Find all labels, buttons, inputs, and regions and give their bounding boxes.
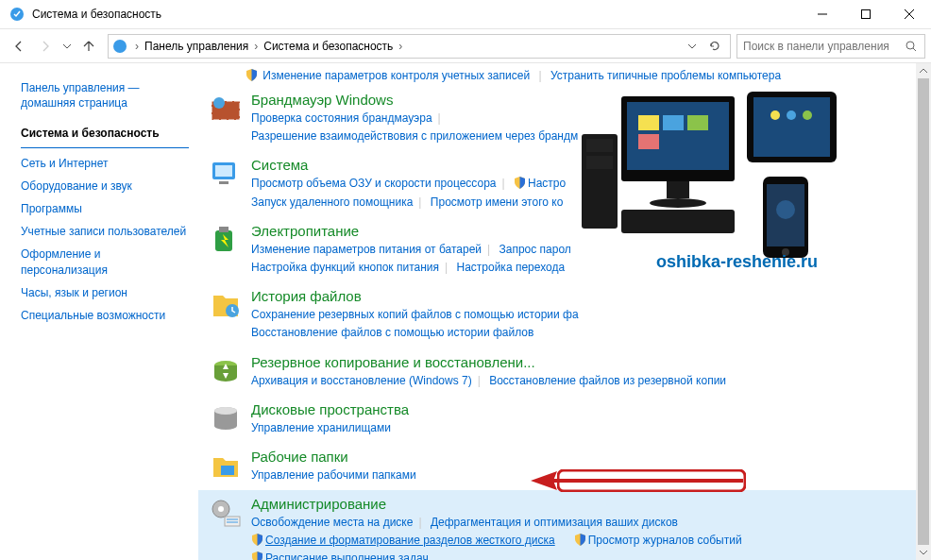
section-storagespaces: Дисковые пространства Управление хранили… <box>198 396 916 443</box>
link-event-viewer[interactable]: Просмотр журналов событий <box>588 534 742 547</box>
section-system: Система Просмотр объема ОЗУ и скорости п… <box>198 151 916 216</box>
admin-icon <box>208 496 244 532</box>
sidebar-item-accessibility[interactable]: Специальные возможности <box>21 304 189 327</box>
close-button[interactable] <box>888 0 931 29</box>
sidebar-item-accounts[interactable]: Учетные записи пользователей <box>21 220 189 243</box>
svg-rect-12 <box>215 165 232 177</box>
svg-rect-13 <box>219 181 229 184</box>
chevron-right-icon[interactable]: › <box>252 40 260 53</box>
maximize-button[interactable] <box>844 0 888 29</box>
link-uac[interactable]: Изменение параметров контроля учетных за… <box>262 69 530 82</box>
scrollbar-thumb[interactable] <box>918 78 929 560</box>
section-power: Электропитание Изменение параметров пита… <box>198 217 916 282</box>
link[interactable]: Просмотр объема ОЗУ и скорости процессор… <box>251 177 497 190</box>
section-backup: Резервное копирование и восстановлени...… <box>198 348 916 396</box>
svg-rect-23 <box>225 517 240 526</box>
link[interactable]: Архивация и восстановление (Windows 7) <box>251 374 472 387</box>
sidebar-item-appearance[interactable]: Оформление и персонализация <box>21 243 189 280</box>
svg-rect-2 <box>862 10 871 19</box>
svg-point-19 <box>214 407 237 415</box>
link-troubleshoot[interactable]: Устранить типичные проблемы компьютера <box>550 69 781 82</box>
workfolders-icon <box>208 449 244 484</box>
link[interactable]: Восстановление файлов из резервной копии <box>489 374 726 387</box>
section-title[interactable]: История файлов <box>251 288 916 304</box>
sidebar-item-programs[interactable]: Программы <box>21 197 189 220</box>
main-panel: Изменение параметров контроля учетных за… <box>198 63 931 560</box>
link[interactable]: Разрешение взаимодействовия с приложение… <box>251 129 578 143</box>
section-filehistory: История файлов Сохранение резервных копи… <box>198 282 916 348</box>
svg-rect-15 <box>219 227 229 232</box>
link-disk-cleanup[interactable]: Освобождение места на диске <box>251 516 413 529</box>
security-center-links: Изменение параметров контроля учетных за… <box>198 63 916 86</box>
navbar: › Панель управления › Система и безопасн… <box>0 29 931 63</box>
nav-up-button[interactable] <box>76 33 102 59</box>
address-icon <box>112 39 127 54</box>
link-defrag[interactable]: Дефрагментация и оптимизация ваших диско… <box>431 516 678 529</box>
sidebar-item-clock[interactable]: Часы, язык и регион <box>21 281 189 304</box>
sidebar-home-link[interactable]: Панель управления — домашняя страница <box>21 80 189 110</box>
search-input[interactable] <box>737 40 898 53</box>
section-title[interactable]: Дисковые пространства <box>251 401 916 417</box>
sidebar-item-hardware[interactable]: Оборудование и звук <box>21 175 189 197</box>
link[interactable]: Управление рабочими папками <box>251 468 416 482</box>
section-title[interactable]: Система <box>251 157 916 173</box>
system-icon <box>208 157 244 193</box>
minimize-button[interactable] <box>801 0 844 29</box>
section-admin: Администрирование Освобождение места на … <box>198 490 916 560</box>
sidebar-item-system-security[interactable]: Система и безопасность <box>21 122 189 147</box>
scroll-up-button[interactable] <box>916 63 931 78</box>
firewall-icon <box>208 92 244 127</box>
storage-icon <box>208 401 244 437</box>
link[interactable]: Настройка функций кнопок питания <box>251 261 439 274</box>
link[interactable]: Изменение параметров питания от батарей <box>251 243 482 256</box>
search-box[interactable] <box>736 34 925 59</box>
watermark-text: oshibka-reshenie.ru <box>656 252 818 272</box>
window-title: Система и безопасность <box>32 8 801 21</box>
breadcrumb-root[interactable]: Панель управления <box>141 35 252 58</box>
svg-point-6 <box>906 42 914 49</box>
section-title[interactable]: Администрирование <box>251 496 916 512</box>
link[interactable]: Просмотр имени этого ко <box>431 195 564 209</box>
link[interactable]: Сохранение резервных копий файлов с помо… <box>251 308 579 321</box>
vertical-scrollbar[interactable] <box>916 63 931 560</box>
address-dropdown[interactable] <box>681 35 703 58</box>
nav-forward-button[interactable] <box>32 33 59 59</box>
shield-icon <box>514 177 526 189</box>
link[interactable]: Проверка состояния брандмауэра <box>251 111 432 125</box>
filehistory-icon <box>208 288 244 324</box>
link[interactable]: Восстановление файлов с помощью истории … <box>251 326 533 339</box>
svg-point-22 <box>218 506 224 512</box>
address-bar[interactable]: › Панель управления › Система и безопасн… <box>108 34 731 59</box>
app-icon <box>9 7 25 22</box>
svg-line-7 <box>913 48 916 51</box>
nav-back-button[interactable] <box>6 33 32 59</box>
chevron-right-icon[interactable]: › <box>397 40 404 53</box>
section-title[interactable]: Резервное копирование и восстановлени... <box>251 354 916 370</box>
link[interactable]: Настро <box>528 177 566 190</box>
chevron-right-icon[interactable]: › <box>133 40 141 53</box>
link[interactable]: Настройка перехода <box>456 261 565 274</box>
titlebar: Система и безопасность <box>0 0 931 29</box>
scroll-down-button[interactable] <box>916 545 931 560</box>
link[interactable]: Запрос парол <box>499 243 571 256</box>
link-disk-management[interactable]: Создание и форматирование разделов жестк… <box>265 534 555 547</box>
sidebar: Панель управления — домашняя страница Си… <box>0 63 198 560</box>
section-firewall: Брандмауэр Windows Проверка состояния бр… <box>198 86 916 151</box>
svg-point-10 <box>213 97 225 109</box>
section-title[interactable]: Брандмауэр Windows <box>251 92 916 108</box>
sidebar-item-network[interactable]: Сеть и Интернет <box>21 152 189 175</box>
section-title[interactable]: Рабочие папки <box>251 449 916 465</box>
nav-history-dropdown[interactable] <box>59 33 76 59</box>
shield-icon <box>251 552 263 560</box>
shield-icon <box>574 534 586 546</box>
link[interactable]: Запуск удаленного помощника <box>251 195 413 209</box>
breadcrumb-current[interactable]: Система и безопасность <box>260 35 397 58</box>
link-task-scheduler[interactable]: Расписание выполнения задач <box>265 552 429 560</box>
section-workfolders: Рабочие папки Управление рабочими папкам… <box>198 443 916 490</box>
section-title[interactable]: Электропитание <box>251 223 916 239</box>
link[interactable]: Управление хранилищами <box>251 421 391 434</box>
backup-icon <box>208 354 244 390</box>
search-button[interactable] <box>898 35 924 58</box>
power-icon <box>208 223 244 259</box>
refresh-button[interactable] <box>703 35 726 58</box>
